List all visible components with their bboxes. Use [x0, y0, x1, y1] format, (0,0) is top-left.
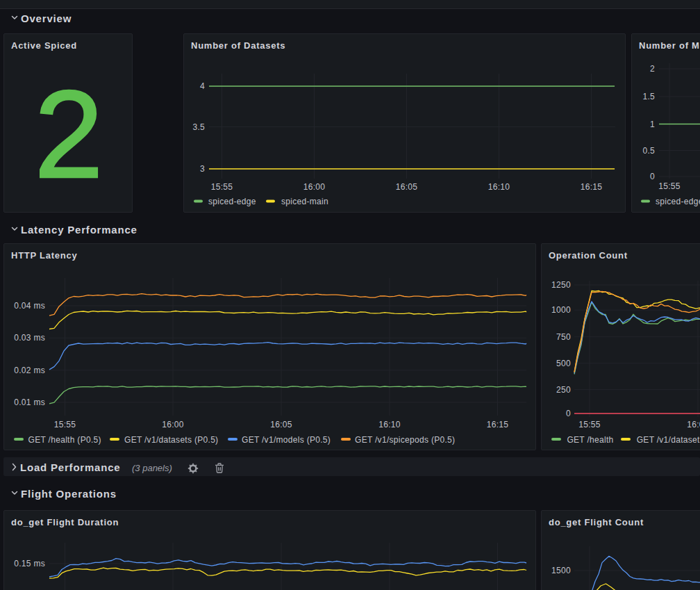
svg-text:0.5: 0.5 [642, 146, 655, 156]
svg-text:16:05: 16:05 [270, 420, 292, 429]
svg-text:spiced-edge: spiced-edge [656, 197, 700, 206]
svg-text:spiced-main: spiced-main [281, 197, 328, 206]
svg-text:1000: 1000 [551, 305, 571, 315]
svg-text:15:55: 15:55 [211, 182, 233, 192]
svg-text:spiced-edge: spiced-edge [208, 197, 256, 206]
svg-text:GET /v1/models (P0.5): GET /v1/models (P0.5) [242, 435, 331, 445]
svg-text:3: 3 [200, 164, 205, 174]
svg-text:0.01 ms: 0.01 ms [14, 398, 45, 407]
svg-text:GET /v1/datasets: GET /v1/datasets [637, 435, 700, 445]
svg-text:2: 2 [650, 64, 655, 74]
svg-text:0: 0 [650, 172, 655, 181]
svg-text:0.03 ms: 0.03 ms [14, 333, 45, 343]
svg-text:16:15: 16:15 [581, 182, 603, 192]
svg-text:GET /health (P0.5): GET /health (P0.5) [28, 435, 101, 445]
svg-text:15:55: 15:55 [54, 420, 76, 429]
svg-text:GET /health: GET /health [567, 435, 613, 445]
svg-text:1: 1 [650, 120, 655, 129]
svg-text:16:00: 16:00 [162, 420, 184, 429]
svg-text:16:05: 16:05 [396, 182, 418, 192]
svg-text:16:00: 16:00 [303, 182, 326, 192]
svg-text:GET /v1/spicepods (P0.5): GET /v1/spicepods (P0.5) [355, 435, 455, 445]
svg-text:16:10: 16:10 [488, 182, 510, 192]
svg-text:15:55: 15:55 [658, 181, 681, 191]
svg-text:1.5: 1.5 [642, 92, 655, 101]
svg-text:0.02 ms: 0.02 ms [14, 366, 45, 375]
svg-text:500: 500 [556, 359, 571, 368]
svg-text:1500: 1500 [551, 566, 571, 575]
svg-text:0.15 ms: 0.15 ms [14, 559, 45, 568]
svg-text:16:10: 16:10 [378, 420, 401, 429]
svg-text:15:55: 15:55 [578, 420, 601, 429]
svg-text:16:00: 16:00 [687, 420, 700, 429]
svg-text:750: 750 [556, 332, 571, 342]
svg-text:16:15: 16:15 [487, 420, 509, 429]
svg-text:0.04 ms: 0.04 ms [14, 301, 45, 311]
svg-text:1250: 1250 [551, 280, 571, 290]
svg-text:GET /v1/datasets (P0.5): GET /v1/datasets (P0.5) [124, 435, 218, 445]
svg-text:4: 4 [200, 81, 205, 91]
svg-text:250: 250 [556, 385, 571, 395]
svg-text:3.5: 3.5 [192, 122, 205, 132]
svg-text:0: 0 [566, 409, 571, 418]
